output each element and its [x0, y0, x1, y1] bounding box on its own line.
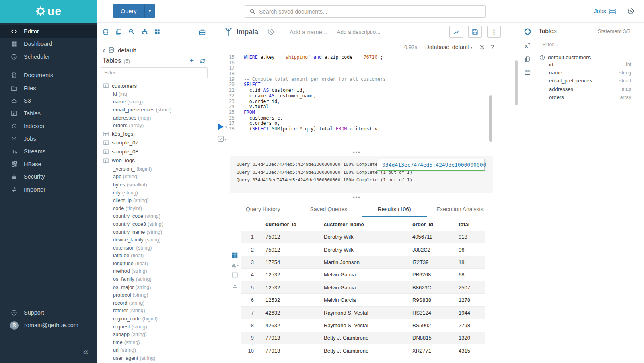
- search-bar[interactable]: [245, 5, 486, 18]
- help-icon[interactable]: ?: [491, 44, 494, 50]
- nav-item-dashboard[interactable]: Dashboard: [0, 38, 97, 51]
- assist-column-record[interactable]: record(string): [97, 299, 212, 307]
- assist-table-customers[interactable]: customers: [97, 81, 212, 90]
- download-results-icon[interactable]: [232, 283, 238, 288]
- jobs-link[interactable]: Jobs: [594, 8, 616, 14]
- tab-query-history[interactable]: Query History: [230, 203, 296, 217]
- nav-item-documents[interactable]: Documents: [0, 69, 97, 82]
- editor-assistant-icon[interactable]: [524, 28, 531, 35]
- assist-column-region-code[interactable]: region_code(bigint): [97, 315, 212, 323]
- nav-item-files[interactable]: Files: [0, 82, 97, 95]
- resize-handle-bottom[interactable]: •••: [333, 196, 381, 199]
- assist-column-orders[interactable]: orders(array): [97, 122, 212, 130]
- right-assist-column-id[interactable]: idint: [539, 60, 638, 68]
- assist-table-sample-08[interactable]: sample_08: [97, 147, 212, 156]
- more-actions-button[interactable]: ⋮: [487, 26, 501, 38]
- nav-item-editor[interactable]: Editor: [0, 25, 97, 38]
- nav-item-hbase[interactable]: HBase: [0, 158, 97, 171]
- active-table-row[interactable]: default.customers: [539, 54, 638, 60]
- main-scrollbar[interactable]: [515, 60, 518, 105]
- execute-options-caret[interactable]: ▾: [225, 125, 227, 129]
- column-header-customer-id[interactable]: customer_id: [259, 219, 318, 231]
- search-input[interactable]: [259, 8, 481, 15]
- assist-column-country-code[interactable]: country_code(string): [97, 212, 212, 221]
- hue-logo[interactable]: ue: [0, 0, 97, 23]
- assist-column-referer[interactable]: referer(string): [97, 307, 212, 315]
- assist-table-k8s-logs[interactable]: k8s_logs: [97, 130, 212, 138]
- tab-execution-analysis[interactable]: Execution Analysis: [427, 203, 493, 217]
- assist-column-os-major[interactable]: os_major(string): [97, 283, 212, 291]
- assist-column-city[interactable]: city(string): [97, 189, 212, 197]
- nav-item-security[interactable]: Security: [0, 171, 97, 184]
- collapse-nav-button[interactable]: «: [83, 347, 88, 357]
- assist-column-os-family[interactable]: os_family(string): [97, 275, 212, 283]
- editor-history-icon[interactable]: [267, 28, 274, 35]
- assist-column-subapp[interactable]: subapp(string): [97, 330, 212, 338]
- assist-column-time[interactable]: time(string): [97, 338, 212, 346]
- assist-column-version[interactable]: _version_(bigint): [97, 165, 212, 173]
- nav-item-s3[interactable]: S3: [0, 95, 97, 107]
- documents-source-icon[interactable]: [115, 29, 122, 35]
- resize-handle-top[interactable]: •••: [333, 151, 381, 154]
- chart-button[interactable]: [449, 26, 463, 38]
- query-id-popup[interactable]: 034d413ec7474ed5:4249de1000000000: [377, 159, 485, 171]
- info-icon[interactable]: [539, 55, 545, 60]
- nav-item-streams[interactable]: Streams: [0, 145, 97, 158]
- assist-column-code[interactable]: code(tinyint): [97, 204, 212, 212]
- limit-selector-icon[interactable]: [218, 136, 224, 142]
- assist-column-app[interactable]: app(string): [97, 173, 212, 181]
- assist-table-sample-07[interactable]: sample_07: [97, 138, 212, 147]
- column-header-total[interactable]: total: [453, 219, 485, 231]
- assist-column-longitude[interactable]: longitude(float): [97, 260, 212, 268]
- nav-item-romain-gethue-com[interactable]: Rromain@gethue.com: [0, 319, 97, 332]
- assist-column-email-preferences[interactable]: email_preferences(struct): [97, 106, 212, 114]
- editor-scrollbar[interactable]: [489, 95, 492, 142]
- assist-column-name[interactable]: name(string): [97, 98, 212, 106]
- assist-column-request[interactable]: request(string): [97, 323, 212, 331]
- assist-column-extension[interactable]: extension(string): [97, 244, 212, 252]
- workspace-icon[interactable]: [199, 29, 206, 35]
- language-reference-icon[interactable]: [525, 56, 531, 62]
- refresh-tables-icon[interactable]: [200, 58, 206, 64]
- assist-filter-input[interactable]: [104, 70, 204, 76]
- database-caret-icon[interactable]: ▾: [471, 45, 473, 50]
- database-name[interactable]: default: [118, 47, 136, 54]
- execute-button[interactable]: [218, 124, 224, 130]
- database-selector[interactable]: default: [452, 44, 469, 50]
- right-assist-column-addresses[interactable]: addressesmap: [539, 85, 638, 93]
- assist-column-latitude[interactable]: latitude(float): [97, 252, 212, 260]
- column-header-customer-name[interactable]: customer_name: [318, 219, 406, 231]
- nav-item-indexes[interactable]: Indexes: [0, 120, 97, 133]
- nav-item-support[interactable]: ?Support: [0, 306, 97, 319]
- assist-column-method[interactable]: method(string): [97, 268, 212, 276]
- right-filter-input[interactable]: [542, 41, 622, 47]
- assist-column-id[interactable]: id(int): [97, 90, 212, 98]
- apps-source-icon[interactable]: [154, 29, 160, 35]
- right-assist-column-name[interactable]: namestring: [539, 68, 638, 76]
- save-button[interactable]: [468, 26, 482, 38]
- databases-source-icon[interactable]: [103, 29, 109, 35]
- nav-item-tables[interactable]: Tables: [0, 107, 97, 120]
- assist-column-protocol[interactable]: protocol(string): [97, 291, 212, 299]
- settings-gear-icon[interactable]: [479, 44, 485, 50]
- sitemap-source-icon[interactable]: [141, 29, 148, 35]
- functions-icon[interactable]: x2: [525, 42, 530, 49]
- limit-caret-icon[interactable]: ▾: [225, 138, 227, 142]
- assist-table-web-logs[interactable]: web_logs: [97, 156, 212, 165]
- assist-column-user-agent[interactable]: user_agent(string): [97, 354, 212, 362]
- query-description-field[interactable]: Add a descriptio...: [337, 29, 380, 35]
- assist-column-client-ip[interactable]: client_ip(string): [97, 196, 212, 204]
- nav-item-importer[interactable]: Importer: [0, 183, 97, 196]
- query-name-field[interactable]: Add a name...: [290, 29, 327, 35]
- search-source-icon[interactable]: [128, 29, 135, 35]
- tab-saved-queries[interactable]: Saved Queries: [296, 203, 361, 217]
- assist-column-country-code3[interactable]: country_code3(string): [97, 220, 212, 228]
- expand-results-icon[interactable]: [232, 272, 238, 278]
- query-history-icon[interactable]: [627, 8, 634, 15]
- nav-item-scheduler[interactable]: Scheduler: [0, 50, 97, 63]
- schedule-icon[interactable]: [525, 69, 531, 75]
- right-assist-column-orders[interactable]: ordersarray: [539, 93, 638, 101]
- query-button[interactable]: Query: [113, 4, 144, 18]
- assist-column-bytes[interactable]: bytes(smallint): [97, 181, 212, 189]
- right-assist-column-email-preferences[interactable]: email_preferencesstruct: [539, 77, 638, 85]
